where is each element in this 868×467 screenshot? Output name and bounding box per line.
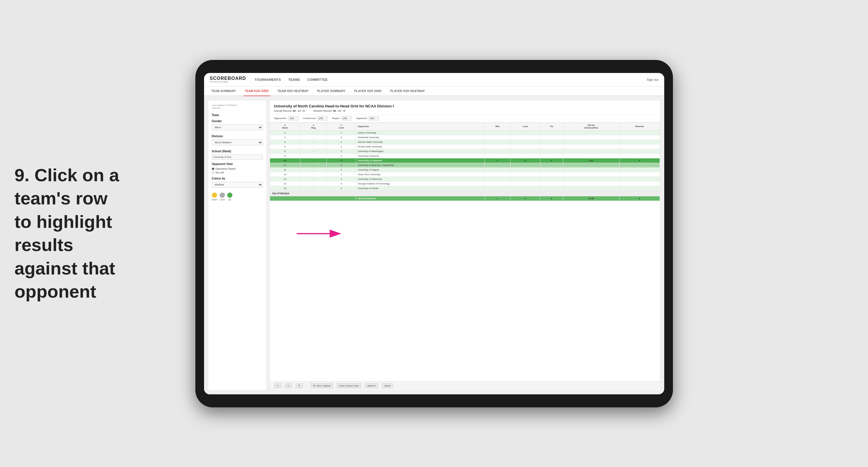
opponent-view-label: Opponent View <box>212 163 263 166</box>
nav-committee[interactable]: COMMITTEE <box>307 77 328 83</box>
level-label: Level <box>220 198 225 201</box>
col-rank: #Rank <box>270 122 301 130</box>
radio-dot-selected <box>212 168 214 170</box>
region-label: Region <box>332 117 340 120</box>
panel-header: University of North Carolina Head-to-Hea… <box>270 100 660 114</box>
table-row[interactable]: 13-1 Texas Tech University <box>270 172 660 177</box>
color-legend: Down Level Up <box>212 193 263 201</box>
separator: | <box>306 384 307 388</box>
share-button[interactable]: Share <box>382 383 393 388</box>
opponent-filter: Opponent (All) <box>356 116 379 120</box>
tab-team-summary[interactable]: TEAM SUMMARY <box>210 87 238 96</box>
view-original-button[interactable]: 👁 View: Original <box>311 383 333 388</box>
col-loss: Loss <box>510 122 540 130</box>
gender-label: Gender <box>212 120 263 123</box>
table-row[interactable]: 8-2 University of Washington <box>270 149 660 153</box>
table-row[interactable]: 11-6 University of Arkansas, Fayettevill… <box>270 163 660 167</box>
instruction-text: 9. Click on a team's row to highlight re… <box>14 164 124 304</box>
tab-team-h2h-grid[interactable]: TEAM H2H GRID <box>243 87 270 96</box>
panel-records: Overall Record: 89 - 17 - 0 Division Rec… <box>274 110 656 112</box>
opponents-label: Opponents: <box>274 117 287 120</box>
logo-title: SCOREBOARD <box>210 76 246 81</box>
instruction-step: 9. <box>14 165 30 185</box>
table-row[interactable]: 2-1 Auburn University <box>270 130 660 135</box>
school-value[interactable]: University of Nort... <box>212 155 263 159</box>
down-circle <box>212 193 217 198</box>
school-label: School (Rank) <box>212 150 263 153</box>
data-table: #Rank #Reg #Conf Opponent Win Loss Tie D… <box>270 122 660 381</box>
nav-teams[interactable]: TEAMS <box>288 77 300 83</box>
panel-title: University of North Carolina Head-to-Hea… <box>274 104 656 108</box>
legend-level: Level <box>220 193 225 201</box>
table-row[interactable]: 3-2 Vanderbilt University <box>270 135 660 140</box>
tab-player-h2h-grid[interactable]: PLAYER H2H GRID <box>353 87 383 96</box>
out-division-row[interactable]: NCAA Division II 1 0 0 26.00 3 <box>270 196 660 201</box>
main-panel: University of North Carolina Head-to-Hea… <box>270 100 660 390</box>
sidebar-timestamp: Last Updated: 27/03/2024 16:55:38 <box>212 104 263 110</box>
logo-area: SCOREBOARD Powered by clippi <box>210 76 246 83</box>
table-row[interactable]: 14-2 University of Oklahoma <box>270 177 660 181</box>
tablet-screen: SCOREBOARD Powered by clippi TOURNAMENTS… <box>204 73 664 394</box>
col-conf: #Conf <box>327 122 356 130</box>
tab-player-h2h-heatmap[interactable]: PLAYER H2H HEATMAP <box>389 87 426 96</box>
legend-up: Up <box>227 193 232 201</box>
radio-dot-unselected <box>212 171 214 174</box>
up-label: Up <box>228 198 231 201</box>
top-nav: SCOREBOARD Powered by clippi TOURNAMENTS… <box>204 73 664 87</box>
left-sidebar: Last Updated: 27/03/2024 16:55:38 Team G… <box>208 100 266 390</box>
tab-player-summary[interactable]: PLAYER SUMMARY <box>316 87 347 96</box>
colour-dropdown[interactable]: Win/loss <box>212 182 263 187</box>
radio-opponents-played[interactable]: Opponents Played <box>212 167 263 170</box>
table-row[interactable]: 12-3 University of Virginia <box>270 167 660 172</box>
watch-button[interactable]: Watch ▾ <box>365 383 378 388</box>
conference-select[interactable]: (All) <box>317 116 328 120</box>
opponent-filter-label: Opponent <box>356 117 367 120</box>
history-button[interactable]: ⟳ <box>296 383 303 388</box>
table-row-selected[interactable]: 10-5 University of Alabama 3002.618 <box>270 158 660 163</box>
redo-button[interactable]: ↪ <box>285 383 292 388</box>
opponents-select[interactable]: (All) <box>288 116 299 120</box>
region-filter: Region (All) <box>332 116 352 120</box>
nav-items: TOURNAMENTS TEAMS COMMITTEE <box>255 77 638 83</box>
save-custom-button[interactable]: Save Custom View <box>337 383 361 388</box>
opponent-select[interactable]: (All) <box>368 116 379 120</box>
main-content: Last Updated: 27/03/2024 16:55:38 Team G… <box>204 96 664 394</box>
up-circle <box>227 193 232 198</box>
timestamp-time: 16:55:38 <box>212 107 263 110</box>
tab-team-h2h-heatmap[interactable]: TEAM H2H HEATMAP <box>276 87 310 96</box>
region-select[interactable]: (All) <box>342 116 352 120</box>
sign-out-button[interactable]: Sign out <box>647 78 658 81</box>
timestamp-label: Last Updated: 27/03/2024 <box>212 104 263 107</box>
instruction-body: Click on a team's row to highlight resul… <box>14 165 119 302</box>
bottom-toolbar: ↩ ↪ ⟳ | 👁 View: Original Save Custom Vie… <box>270 381 660 390</box>
table-row[interactable]: 9-3 University of Arizona <box>270 153 660 158</box>
sub-nav: TEAM SUMMARY TEAM H2H GRID TEAM H2H HEAT… <box>204 87 664 96</box>
team-label: Team <box>212 114 263 117</box>
table-row[interactable]: 6-2 Florida State University <box>270 144 660 149</box>
overall-record-label: Overall Record: 89 - 17 - 0 <box>274 110 305 112</box>
nav-tournaments[interactable]: TOURNAMENTS <box>255 77 281 83</box>
col-rounds: Rounds <box>619 122 660 130</box>
col-diff: Diff AvStrokes/Rnd <box>563 122 619 130</box>
division-dropdown[interactable]: NCAA Division I <box>212 140 263 145</box>
down-label: Down <box>212 198 217 201</box>
level-circle <box>220 193 225 198</box>
filter-row: Opponents: (All) Conference (All) <box>270 114 660 122</box>
table-row[interactable]: 15-4 Georgia Institute of Technology <box>270 181 660 186</box>
col-tie: Tie <box>540 122 563 130</box>
colour-label: Colour by <box>212 177 263 180</box>
conference-filter: Conference (All) <box>303 116 328 120</box>
col-win: Win <box>485 122 510 130</box>
tablet-device: SCOREBOARD Powered by clippi TOURNAMENTS… <box>195 60 673 407</box>
view-icon: 👁 <box>313 384 315 387</box>
gender-dropdown[interactable]: Men's <box>212 124 263 130</box>
table-body: 2-1 Auburn University 3-2 Vanderbilt Uni… <box>270 130 660 201</box>
conference-label: Conference <box>303 117 316 120</box>
table-row[interactable]: 16-3 University of Florida <box>270 186 660 191</box>
table-row[interactable]: 4-1 Arizona State University <box>270 140 660 144</box>
section-out-of-division: Out of division <box>270 191 660 196</box>
radio-top100[interactable]: Top 100 <box>212 171 263 174</box>
undo-button[interactable]: ↩ <box>274 383 281 388</box>
outer-container: 9. Click on a team's row to highlight re… <box>0 0 868 467</box>
division-label: Division <box>212 135 263 138</box>
